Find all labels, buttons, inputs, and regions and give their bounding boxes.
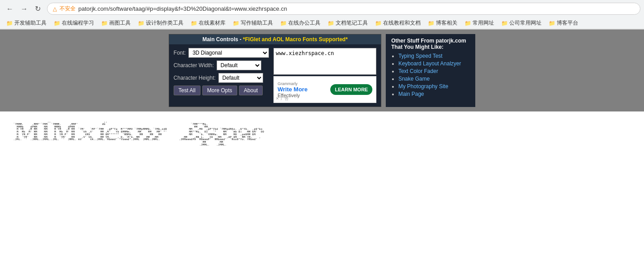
char-height-label: Character Height: — [174, 75, 216, 81]
reload-button[interactable]: ↻ — [32, 4, 43, 14]
bookmark-label: 写作辅助工具 — [241, 20, 273, 26]
controls-title: Main Controls - *FIGlet and AOL Macro Fo… — [169, 34, 381, 44]
folder-icon: 📁 — [549, 20, 555, 26]
folder-icon: 📁 — [101, 20, 108, 26]
bookmark-item[interactable]: 📁在线编程学习 — [51, 19, 97, 27]
browser-chrome: ← → ↻ △ 不安全 📁开发辅助工具📁在线编程学习📁画图工具📁设计制作类工具📁… — [0, 0, 644, 30]
back-button[interactable]: ← — [4, 4, 16, 14]
bookmark-item[interactable]: 📁在线办公工具 — [277, 19, 323, 27]
other-stuff-title-line2: That You Might Like: — [391, 44, 444, 50]
bookmark-item[interactable]: 📁开发辅助工具 — [4, 19, 49, 27]
other-stuff-panel: Other Stuff From patorjk.com That You Mi… — [386, 34, 475, 107]
bookmark-label: 开发辅助工具 — [14, 20, 47, 26]
ad-close[interactable]: ✕ 广告 — [276, 96, 289, 102]
char-width-row: Character Width: Default Fitted Full — [174, 60, 269, 70]
other-stuff-list-item: Typing Speed Test — [398, 53, 470, 59]
bookmark-label: 画图工具 — [109, 20, 131, 26]
other-stuff-list-item: Snake Game — [398, 76, 470, 82]
controls-title-prefix: Main Controls - — [202, 36, 243, 43]
bookmark-item[interactable]: 📁在线素材库 — [188, 19, 228, 27]
page-content: Main Controls - *FIGlet and AOL Macro Fo… — [0, 30, 644, 111]
bookmark-label: 公司常用网址 — [509, 20, 542, 26]
bookmark-label: 设计制作类工具 — [146, 20, 183, 26]
bookmark-item[interactable]: 📁写作辅助工具 — [230, 19, 276, 27]
bookmarks-bar: 📁开发辅助工具📁在线编程学习📁画图工具📁设计制作类工具📁在线素材库📁写作辅助工具… — [0, 17, 644, 29]
bookmark-label: 博客平台 — [557, 20, 578, 26]
char-width-label: Character Width: — [174, 62, 214, 68]
ascii-art-display: ,, ,, `7MMM. ,MMF'`7MM `7MMM. ,MMF' db — [13, 120, 631, 146]
ad-area: Grammarly Write More Effectively LEARN M… — [273, 76, 376, 103]
ascii-area: ,, ,, `7MMM. ,MMF'`7MM `7MMM. ,MMF' db — [0, 111, 644, 155]
bookmark-item[interactable]: 📁画图工具 — [98, 19, 133, 27]
security-icon: △ — [53, 6, 57, 12]
more-opts-button[interactable]: More Opts — [202, 86, 237, 95]
controls-right: www.xiezhrspace.cn Grammarly Write More … — [273, 48, 376, 103]
text-input[interactable]: www.xiezhrspace.cn — [273, 48, 376, 75]
folder-icon: 📁 — [191, 20, 197, 26]
folder-icon: 📁 — [54, 20, 60, 26]
other-stuff-list-item: Main Page — [398, 91, 470, 97]
char-width-select[interactable]: Default Fitted Full — [217, 60, 261, 70]
address-bar[interactable]: △ 不安全 — [47, 3, 640, 15]
bookmark-label: 文档笔记工具 — [336, 20, 368, 26]
folder-icon: 📁 — [233, 20, 239, 26]
ad-headline: Write More — [277, 86, 307, 93]
font-label: Font: — [174, 50, 186, 56]
test-all-button[interactable]: Test All — [174, 86, 200, 95]
bookmark-label: 在线编程学习 — [62, 20, 94, 26]
folder-icon: 📁 — [428, 20, 435, 26]
security-label: 不安全 — [60, 5, 76, 13]
folder-icon: 📁 — [280, 20, 287, 26]
char-height-select[interactable]: Default Fitted Full — [218, 73, 263, 83]
other-stuff-link[interactable]: Keyboard Layout Analzyer — [398, 60, 461, 67]
ad-learn-more-button[interactable]: LEARN MORE — [330, 84, 372, 95]
bookmark-label: 在线素材库 — [199, 20, 226, 26]
bookmark-label: 在线办公工具 — [288, 20, 320, 26]
nav-buttons: ← → ↻ — [4, 4, 43, 14]
other-stuff-list-item: Text Color Fader — [398, 68, 470, 74]
bookmark-item[interactable]: 📁在线教程和文档 — [372, 19, 423, 27]
buttons-row: Test All More Opts About — [174, 86, 269, 95]
controls-inner: Font: 3D Diagonal Default Banner Block C… — [174, 48, 376, 103]
controls-left: Font: 3D Diagonal Default Banner Block C… — [174, 48, 269, 103]
bookmark-item[interactable]: 📁公司常用网址 — [499, 19, 544, 27]
folder-icon: 📁 — [465, 20, 471, 26]
address-input[interactable] — [78, 5, 635, 12]
ad-text-area: Grammarly Write More Effectively — [277, 81, 307, 98]
bookmark-label: 常用网址 — [473, 20, 494, 26]
bookmark-label: 博客相关 — [436, 20, 457, 26]
other-stuff-list-item: My Photography Site — [398, 83, 470, 90]
folder-icon: 📁 — [138, 20, 145, 26]
folder-icon: 📁 — [375, 20, 382, 26]
bookmark-label: 在线教程和文档 — [383, 20, 421, 26]
other-stuff-list-item: Keyboard Layout Analzyer — [398, 60, 470, 67]
other-stuff-link[interactable]: Text Color Fader — [398, 68, 438, 74]
folder-icon: 📁 — [501, 20, 508, 26]
main-controls-panel: Main Controls - *FIGlet and AOL Macro Fo… — [169, 34, 381, 107]
controls-title-highlight: *FIGlet and AOL Macro Fonts Supported* — [243, 36, 348, 43]
other-stuff-list: Typing Speed TestKeyboard Layout Analzye… — [391, 53, 470, 97]
char-height-row: Character Height: Default Fitted Full — [174, 73, 269, 83]
other-stuff-title-line1: Other Stuff From patorjk.com — [391, 38, 466, 44]
font-row: Font: 3D Diagonal Default Banner Block — [174, 48, 269, 58]
font-select[interactable]: 3D Diagonal Default Banner Block — [188, 48, 269, 58]
other-stuff-link[interactable]: My Photography Site — [398, 83, 448, 90]
bookmark-item[interactable]: 📁博客相关 — [425, 19, 460, 27]
folder-icon: 📁 — [6, 20, 13, 26]
other-stuff-link[interactable]: Typing Speed Test — [398, 53, 443, 59]
other-stuff-title: Other Stuff From patorjk.com That You Mi… — [391, 38, 470, 50]
browser-toolbar: ← → ↻ △ 不安全 — [0, 0, 644, 17]
other-stuff-link[interactable]: Snake Game — [398, 76, 430, 82]
bookmark-item[interactable]: 📁设计制作类工具 — [135, 19, 186, 27]
bookmark-item[interactable]: 📁文档笔记工具 — [325, 19, 371, 27]
folder-icon: 📁 — [328, 20, 334, 26]
about-button[interactable]: About — [239, 86, 263, 95]
forward-button[interactable]: → — [18, 4, 30, 14]
other-stuff-link[interactable]: Main Page — [398, 91, 424, 97]
bookmark-item[interactable]: 📁博客平台 — [546, 19, 581, 27]
ad-brand: Grammarly — [277, 81, 307, 86]
bookmark-item[interactable]: 📁常用网址 — [462, 19, 497, 27]
